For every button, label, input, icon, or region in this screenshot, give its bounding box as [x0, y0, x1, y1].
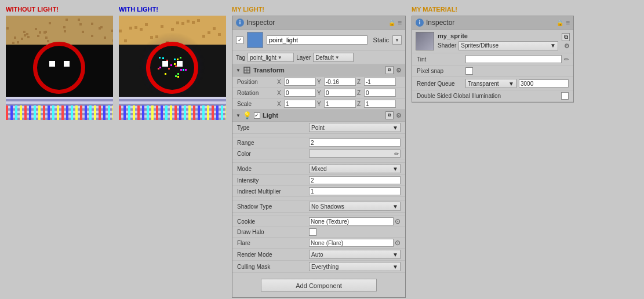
culling-mask-dropdown[interactable]: Everything ▼: [309, 262, 401, 271]
type-arrow: ▼: [392, 125, 398, 131]
scale-x-input[interactable]: [284, 100, 316, 108]
mode-row: Mode Mixed ▼: [232, 163, 405, 175]
light-active-checkbox[interactable]: [254, 112, 260, 119]
render-mode-value: Auto: [311, 251, 323, 258]
scale-z-label: Z: [357, 101, 363, 107]
shader-row: Shader Sprites/Diffuse ▼: [438, 41, 558, 50]
intensity-label: Intensity: [237, 177, 307, 184]
material-gear-icon[interactable]: ⚙: [564, 42, 570, 50]
rot-z-input[interactable]: [364, 89, 396, 97]
indirect-multiplier-label: Indirect Multiplier: [237, 188, 307, 195]
transform-copy-icon[interactable]: ⧉: [385, 66, 394, 74]
transform-title: Transform: [253, 67, 383, 74]
pos-y-input[interactable]: [324, 78, 356, 86]
type-value: Point: [311, 125, 325, 131]
mode-value: Mixed: [311, 166, 327, 172]
scale-y-input[interactable]: [324, 100, 356, 108]
mode-dropdown[interactable]: Mixed ▼: [309, 164, 401, 173]
flare-icon[interactable]: ⊙: [395, 239, 401, 247]
with-light-canvas: [119, 16, 226, 120]
shadow-type-dropdown[interactable]: No Shadows ▼: [309, 202, 401, 211]
mode-arrow: ▼: [392, 166, 398, 172]
rot-x-label: X: [277, 90, 283, 96]
cookie-input[interactable]: [309, 217, 394, 225]
object-row: Static ▼: [232, 30, 405, 51]
light-inspector-panel: i Inspector 🔒 ≡ Static ▼ Tag point_light…: [232, 16, 406, 298]
rot-y-input[interactable]: [324, 89, 356, 97]
render-mode-row: Render Mode Auto ▼: [232, 249, 405, 261]
object-active-checkbox[interactable]: [236, 37, 243, 44]
material-copy-icon[interactable]: ⧉: [562, 33, 570, 41]
culling-mask-arrow: ▼: [392, 264, 398, 270]
tag-dropdown[interactable]: point_light ▼: [248, 53, 294, 62]
intensity-input[interactable]: [309, 176, 401, 184]
position-label: Position: [237, 79, 275, 85]
render-mode-label: Render Mode: [237, 251, 307, 258]
render-queue-row: Render Queue Transparent ▼: [412, 77, 573, 90]
range-row: Range: [232, 137, 405, 148]
draw-halo-label: Draw Halo: [237, 229, 307, 235]
mode-label: Mode: [237, 166, 307, 172]
pos-z-input[interactable]: [364, 78, 396, 86]
indirect-multiplier-row: Indirect Multiplier: [232, 186, 405, 197]
render-mode-dropdown[interactable]: Auto ▼: [309, 250, 401, 259]
pos-x-input[interactable]: [284, 78, 316, 86]
color-picker[interactable]: ✏: [309, 150, 401, 158]
transform-icon: [243, 66, 251, 74]
tint-color-picker[interactable]: [465, 55, 562, 63]
static-dropdown[interactable]: ▼: [392, 35, 402, 45]
add-component-button[interactable]: Add Component: [261, 279, 377, 291]
pixel-snap-checkbox[interactable]: [465, 67, 473, 75]
render-queue-value-input[interactable]: [519, 79, 569, 87]
tag-layer-row: Tag point_light ▼ Layer Default ▼: [232, 51, 405, 64]
draw-halo-row: Draw Halo: [232, 227, 405, 238]
without-light-label: WITHOUT LIGHT!: [6, 6, 59, 13]
range-input[interactable]: [309, 138, 401, 147]
menu-icon[interactable]: ≡: [398, 19, 402, 27]
light-title: Light: [263, 112, 383, 119]
lock-icon[interactable]: 🔒: [388, 20, 395, 26]
tint-edit-icon[interactable]: ✏: [564, 56, 569, 63]
pixel-snap-label: Pixel snap: [417, 68, 463, 74]
draw-halo-checkbox[interactable]: [309, 228, 316, 236]
layer-arrow: ▼: [335, 55, 340, 60]
type-label: Type: [237, 125, 307, 131]
layer-value: Default: [315, 54, 334, 61]
render-queue-dropdown[interactable]: Transparent ▼: [465, 79, 516, 88]
render-mode-arrow: ▼: [392, 251, 398, 258]
object-name-field[interactable]: [267, 35, 368, 45]
render-queue-arrow: ▼: [508, 81, 514, 87]
material-menu-icon[interactable]: ≡: [566, 19, 570, 27]
rot-x-input[interactable]: [284, 89, 316, 97]
double-sided-row: Double Sided Global Illumination: [412, 90, 573, 102]
light-gear-icon[interactable]: ⚙: [396, 112, 402, 119]
material-lock-icon[interactable]: 🔒: [556, 20, 563, 26]
double-sided-checkbox[interactable]: [561, 92, 569, 100]
color-picker-icon: ✏: [394, 151, 399, 157]
transform-gear-icon[interactable]: ⚙: [396, 67, 402, 74]
render-queue-dropdown-value: Transparent: [468, 81, 499, 87]
light-section-header[interactable]: ▼ 💡 Light ⧉ ⚙: [232, 110, 405, 122]
flare-input[interactable]: [309, 239, 394, 247]
render-queue-label: Render Queue: [417, 81, 463, 87]
type-dropdown[interactable]: Point ▼: [309, 123, 401, 132]
with-light-section: WITH LIGHT!: [119, 6, 226, 120]
shader-dropdown[interactable]: Sprites/Diffuse ▼: [459, 41, 558, 50]
transform-arrow: ▼: [236, 68, 241, 73]
scale-row: Scale X Y Z: [232, 99, 405, 110]
scale-z-input[interactable]: [364, 100, 396, 108]
indirect-multiplier-input[interactable]: [309, 187, 401, 195]
shadow-type-arrow: ▼: [392, 203, 398, 210]
color-label: Color: [237, 151, 307, 157]
material-inspector-title: Inspector: [426, 19, 554, 27]
cookie-icon[interactable]: ⊙: [395, 217, 401, 225]
shader-label: Shader: [438, 42, 456, 49]
light-copy-icon[interactable]: ⧉: [385, 111, 394, 119]
intensity-row: Intensity: [232, 175, 405, 186]
transform-section-header[interactable]: ▼ Transform ⧉ ⚙: [232, 64, 405, 76]
inspector-info-icon: i: [236, 19, 244, 27]
shadow-type-value: No Shadows: [311, 203, 344, 210]
light-inspector-section: MY LIGHT! i Inspector 🔒 ≡ Static ▼ Tag p…: [232, 6, 406, 298]
shader-arrow: ▼: [550, 42, 556, 49]
layer-dropdown[interactable]: Default ▼: [313, 53, 354, 62]
